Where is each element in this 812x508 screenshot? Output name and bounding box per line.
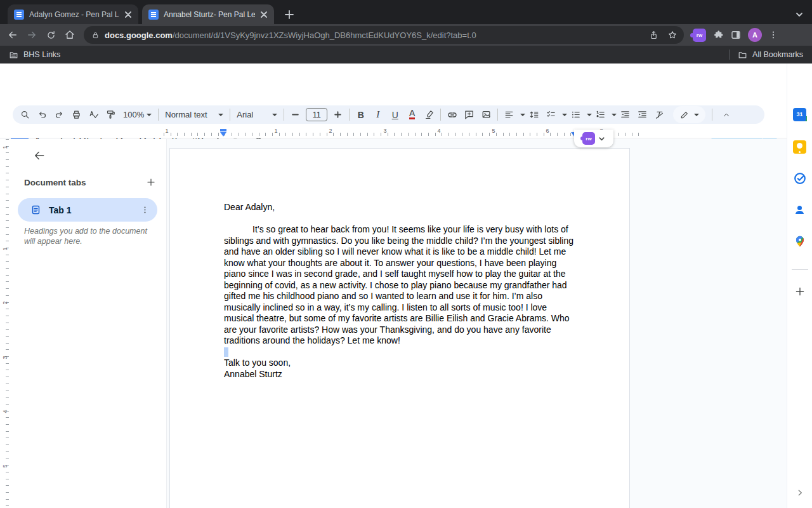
cursor-line [224, 347, 577, 358]
first-line-indent-marker[interactable] [220, 129, 226, 131]
new-tab-button[interactable] [282, 7, 297, 22]
line-spacing-icon[interactable] [525, 106, 542, 123]
tasks-icon[interactable] [792, 170, 808, 187]
forward-icon[interactable] [23, 26, 41, 44]
bold-icon[interactable]: B [352, 106, 369, 123]
add-comment-icon[interactable] [461, 106, 478, 123]
redo-icon[interactable] [51, 106, 68, 123]
browser-toolbar: docs.google.com/document/d/1VSyKy9jnvz1X… [0, 24, 812, 46]
editor-workspace: 1 1 2 3 4 5 Document tabs Tab 1 Headings… [0, 139, 787, 508]
bulleted-list-icon[interactable] [567, 106, 584, 123]
tab-options-icon[interactable] [140, 205, 150, 215]
keep-icon[interactable] [792, 138, 808, 155]
increase-font-size-icon[interactable] [329, 106, 346, 123]
divider [440, 109, 441, 121]
rw-extension-icon[interactable]: rw [693, 29, 706, 42]
closing: Talk to you soon, [224, 358, 577, 369]
search-menus-icon[interactable] [16, 106, 34, 123]
editing-mode-button[interactable] [673, 106, 705, 123]
tab-document-icon [30, 204, 41, 215]
divider [792, 269, 808, 270]
letter-text[interactable]: Dear Adalyn, It’s so great to hear back … [224, 202, 577, 380]
decrease-indent-icon[interactable] [617, 106, 634, 123]
vertical-ruler[interactable]: 1 1 2 3 4 5 [0, 139, 10, 508]
browser-tab-annabel[interactable]: Annabel Sturtz- Pen Pal Letter [142, 4, 274, 24]
contacts-icon[interactable] [792, 201, 808, 218]
underline-icon[interactable]: U [386, 106, 403, 123]
add-apps-icon[interactable] [792, 283, 808, 300]
divider [349, 109, 350, 121]
salutation: Dear Adalyn, [224, 202, 577, 213]
tab-close-icon[interactable] [123, 10, 133, 20]
insert-link-icon[interactable] [443, 106, 461, 123]
document-page[interactable]: Dear Adalyn, It’s so great to hear back … [169, 148, 630, 508]
align-dropdown-caret[interactable] [520, 114, 525, 116]
divider [158, 109, 159, 121]
chevron-down-icon [598, 135, 605, 142]
tab-title: Adalyn Gomez - Pen Pal Letter [29, 10, 119, 19]
insert-image-icon[interactable] [478, 106, 495, 123]
ruler-ticks [6, 139, 9, 508]
docs-favicon [14, 10, 24, 20]
bookmark-star-icon[interactable] [667, 30, 678, 40]
tab-list-chevron-icon[interactable] [792, 7, 807, 22]
undo-icon[interactable] [34, 106, 51, 123]
bulleted-list-dropdown-caret[interactable] [587, 114, 592, 116]
font-select[interactable]: Arial [233, 106, 281, 123]
document-tabs-header: Document tabs [24, 178, 86, 187]
left-indent-marker[interactable] [220, 132, 226, 137]
text-selection-highlight [224, 347, 228, 357]
increase-indent-icon[interactable] [634, 106, 651, 123]
google-side-panel: 31 [787, 64, 812, 508]
font-size-input[interactable]: 11 [306, 108, 327, 121]
letter-body: It’s so great to hear back from you! It … [224, 224, 577, 347]
rw-extension-icon: rw [582, 132, 595, 145]
editing-mode-caret [694, 114, 699, 116]
text-color-icon[interactable]: A [403, 106, 421, 123]
print-icon[interactable] [68, 106, 85, 123]
numbered-list-dropdown-caret[interactable] [612, 114, 617, 116]
zoom-select[interactable]: 100% [119, 106, 155, 123]
document-tabs-sidebar: Document tabs Tab 1 Headings you add to … [10, 139, 167, 508]
folder-icon [9, 50, 18, 60]
clear-formatting-icon[interactable] [651, 106, 668, 123]
rw-extension-popup-button[interactable]: rw [574, 130, 613, 147]
divider [730, 50, 730, 60]
sidebar-tab-1[interactable]: Tab 1 [18, 198, 157, 222]
maps-icon[interactable] [792, 233, 808, 250]
paint-format-icon[interactable] [102, 106, 119, 123]
highlight-color-icon[interactable] [421, 106, 438, 123]
hide-menus-icon[interactable] [717, 106, 735, 123]
divider [497, 109, 498, 121]
styles-select[interactable]: Normal text [161, 106, 227, 123]
align-left-icon[interactable] [501, 106, 518, 123]
address-bar[interactable]: docs.google.com/document/d/1VSyKy9jnvz1X… [84, 26, 684, 44]
reload-icon[interactable] [42, 26, 60, 44]
headings-hint-text: Headings you add to the document will ap… [24, 227, 151, 246]
share-page-icon[interactable] [649, 30, 658, 40]
collapse-sidebar-back-icon[interactable] [32, 148, 47, 163]
italic-icon[interactable]: I [369, 106, 386, 123]
tab-title: Annabel Sturtz- Pen Pal Letter [164, 10, 255, 19]
numbered-list-icon[interactable] [592, 106, 609, 123]
bookmark-bhs-links[interactable]: BHS Links [9, 50, 60, 60]
checklist-dropdown-caret[interactable] [562, 114, 567, 116]
home-icon[interactable] [61, 26, 79, 44]
browser-profile-avatar[interactable]: A [748, 28, 762, 42]
all-bookmarks[interactable]: All Bookmarks [738, 50, 803, 60]
add-tab-icon[interactable] [143, 175, 159, 190]
tab-close-icon[interactable] [259, 10, 269, 20]
spellcheck-icon[interactable] [85, 106, 102, 123]
show-side-panel-chevron-icon[interactable] [792, 485, 808, 500]
back-icon[interactable] [4, 26, 22, 44]
url-text: docs.google.com/document/d/1VSyKy9jnvz1X… [105, 30, 644, 40]
extensions-puzzle-icon[interactable] [712, 29, 724, 41]
decrease-font-size-icon[interactable] [287, 106, 304, 123]
browser-menu-icon[interactable] [768, 30, 778, 40]
docs-toolbar: 100% Normal text Arial 11 B I U A [0, 104, 787, 127]
horizontal-ruler[interactable]: 1 1 2 3 4 5 6 7 [0, 127, 787, 138]
calendar-icon[interactable]: 31 [792, 106, 808, 123]
checklist-icon[interactable] [542, 106, 560, 123]
browser-tab-adalyn[interactable]: Adalyn Gomez - Pen Pal Letter [8, 4, 138, 24]
side-panel-icon[interactable] [730, 29, 742, 41]
